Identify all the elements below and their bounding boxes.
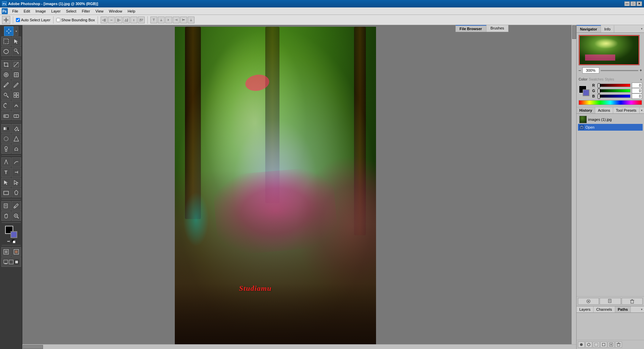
info-tab[interactable]: Info [601,25,614,32]
menu-edit[interactable]: Edit [21,7,33,15]
background-color[interactable] [11,231,17,238]
g-slider[interactable] [598,89,630,92]
eyedropper-tool-btn[interactable] [12,201,21,211]
menu-select[interactable]: Select [63,7,79,15]
zoom-out-icon[interactable]: – [579,68,581,73]
tool-presets-tab[interactable]: Tool Presets [613,107,640,113]
g-value-input[interactable] [632,88,642,93]
art-history-brush-btn[interactable] [12,101,21,110]
menu-image[interactable]: Image [33,7,49,15]
clone-stamp-btn[interactable] [1,90,11,100]
paths-tab[interactable]: Paths [615,306,631,312]
make-mask-btn[interactable] [600,342,607,348]
burn-tool-btn[interactable] [12,144,21,154]
align-bottom-btn[interactable]: |▽ [138,17,145,23]
history-brush-btn[interactable] [1,101,11,110]
direct-selection-btn[interactable] [12,178,21,187]
actions-tab[interactable]: Actions [595,107,613,113]
pattern-stamp-btn[interactable] [12,90,21,100]
vertical-scroll-thumb[interactable] [572,25,576,39]
create-doc-from-state-btn[interactable] [600,298,621,305]
menu-file[interactable]: File [9,7,21,15]
menu-layer[interactable]: Layer [48,7,63,15]
crop-tool-btn[interactable] [1,60,11,69]
rectangle-tool-btn[interactable] [1,188,11,197]
show-bounding-box-checkbox[interactable] [56,18,60,22]
b-slider-thumb[interactable] [598,94,600,99]
screen-mode-btn[interactable] [1,257,21,267]
dist-bottom-btn[interactable]: ⊦ [165,17,172,23]
zoom-input[interactable] [582,67,599,73]
dist-right-btn[interactable]: ⊥ [188,17,194,23]
healing-brush-btn[interactable] [1,70,11,80]
dist-vcenter-btn[interactable]: ⊥ [158,17,165,23]
color-tab[interactable]: Color [579,78,587,81]
move-tool-btn[interactable] [4,26,14,36]
history-tab[interactable]: History [577,107,595,113]
color-spectrum-bar[interactable] [579,100,642,105]
fill-path-btn[interactable] [578,342,585,348]
hand-tool-btn[interactable] [1,211,11,221]
quick-mask-btn[interactable] [12,247,21,257]
history-collapse-btn[interactable]: ▾ [641,109,643,112]
brush-tool-btn[interactable] [1,80,11,90]
paint-bucket-btn[interactable] [12,124,21,133]
menu-help[interactable]: Help [125,7,138,15]
horizontal-scroll-thumb[interactable] [23,345,43,349]
marquee-tool-btn[interactable] [1,37,11,46]
stroke-path-btn[interactable] [585,342,592,348]
delete-state-btn[interactable] [622,298,643,305]
b-value-input[interactable] [632,93,642,99]
make-selection-btn[interactable] [593,342,600,348]
file-browser-tab[interactable]: File Browser [456,25,486,32]
color-swatches[interactable] [5,226,17,238]
custom-shape-btn[interactable] [12,188,21,197]
navigator-tab[interactable]: Navigator [577,25,601,32]
align-right-btn[interactable]: |▷ [116,17,122,23]
auto-select-checkbox[interactable] [16,18,20,22]
move-tool-options-icon[interactable] [2,16,10,24]
swap-colors-icon[interactable] [6,239,11,243]
dist-hcenter-btn[interactable]: ⊢ [180,17,187,23]
minimize-button[interactable]: — [624,1,630,6]
menu-filter[interactable]: Filter [79,7,92,15]
align-top-btn[interactable]: △| [123,17,130,23]
zoom-tool-btn[interactable] [12,211,21,221]
zoom-in-icon[interactable]: + [640,68,642,73]
pencil-tool-btn[interactable] [12,80,21,90]
slice-tool-btn[interactable] [12,60,21,69]
align-left-btn[interactable]: ◁| [101,17,107,23]
channels-tab[interactable]: Channels [594,306,615,312]
styles-tab[interactable]: Styles [605,78,614,81]
color-collapse-btn[interactable]: ▾ [640,78,642,81]
zoom-slider[interactable] [601,70,638,71]
r-value-input[interactable] [632,83,642,88]
menu-window[interactable]: Window [106,7,125,15]
blur-tool-btn[interactable] [1,134,11,144]
menu-view[interactable]: View [93,7,106,15]
layers-tab[interactable]: Layers [577,306,594,312]
close-button[interactable]: ✕ [637,1,642,6]
dist-top-btn[interactable]: ⊤ [150,17,157,23]
align-center-v-btn[interactable]: ↕ [130,17,137,23]
new-path-btn[interactable] [608,342,615,348]
freeform-pen-btn[interactable] [12,157,21,167]
b-slider[interactable] [598,94,630,98]
r-slider-thumb[interactable] [598,83,600,88]
gradient-tool-btn[interactable] [1,124,11,133]
layers-collapse-btn[interactable]: ▾ [641,308,643,311]
background-eraser-btn[interactable] [12,111,21,120]
move-tool-v2-btn[interactable] [12,37,21,46]
path-selection-btn[interactable] [1,178,11,187]
r-slider[interactable] [598,84,630,87]
vertical-scrollbar[interactable] [572,25,576,349]
brushes-tab[interactable]: Brushes [486,25,508,32]
text-tool-btn[interactable]: T [1,168,11,177]
dist-left-btn[interactable]: ⊣ [173,17,180,23]
magic-wand-tool-btn[interactable] [12,47,21,56]
horizontal-scrollbar[interactable] [22,344,576,349]
bg-swatch[interactable] [583,89,589,96]
dodge-tool-btn[interactable] [1,144,11,154]
swatches-tab[interactable]: Swatches [589,78,603,81]
patch-tool-btn[interactable] [12,70,21,80]
